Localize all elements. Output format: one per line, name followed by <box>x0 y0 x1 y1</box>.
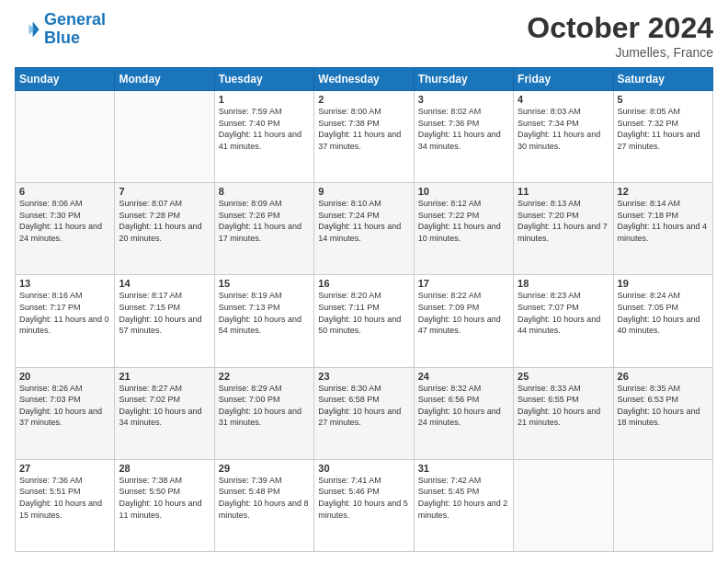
day-info: Sunrise: 8:00 AM Sunset: 7:38 PM Dayligh… <box>318 106 409 152</box>
calendar-cell: 4 Sunrise: 8:03 AM Sunset: 7:34 PM Dayli… <box>514 91 613 183</box>
calendar-cell: 14 Sunrise: 8:17 AM Sunset: 7:15 PM Dayl… <box>115 275 214 367</box>
calendar-cell: 28 Sunrise: 7:38 AM Sunset: 5:50 PM Dayl… <box>115 459 214 551</box>
calendar-cell: 6 Sunrise: 8:06 AM Sunset: 7:30 PM Dayli… <box>16 183 115 275</box>
weekday-header: Tuesday <box>214 68 313 91</box>
location: Jumelles, France <box>527 45 713 60</box>
day-number: 12 <box>618 186 709 197</box>
calendar-cell: 31 Sunrise: 7:42 AM Sunset: 5:45 PM Dayl… <box>414 459 513 551</box>
day-info: Sunrise: 8:16 AM Sunset: 7:17 PM Dayligh… <box>19 290 110 336</box>
calendar-cell: 24 Sunrise: 8:32 AM Sunset: 6:56 PM Dayl… <box>414 367 513 459</box>
day-number: 24 <box>418 371 509 382</box>
logo-line1: General <box>44 10 106 29</box>
weekday-header: Thursday <box>414 68 513 91</box>
calendar-cell: 27 Sunrise: 7:36 AM Sunset: 5:51 PM Dayl… <box>16 459 115 551</box>
calendar-header: SundayMondayTuesdayWednesdayThursdayFrid… <box>16 68 713 91</box>
day-info: Sunrise: 8:10 AM Sunset: 7:24 PM Dayligh… <box>318 198 409 244</box>
calendar-cell: 8 Sunrise: 8:09 AM Sunset: 7:26 PM Dayli… <box>214 183 313 275</box>
logo-icon <box>15 17 40 42</box>
calendar-cell: 23 Sunrise: 8:30 AM Sunset: 6:58 PM Dayl… <box>314 367 414 459</box>
header: General Blue October 2024 Jumelles, Fran… <box>15 11 713 60</box>
day-info: Sunrise: 8:09 AM Sunset: 7:26 PM Dayligh… <box>219 198 310 244</box>
calendar: SundayMondayTuesdayWednesdayThursdayFrid… <box>15 67 713 552</box>
logo-text: General Blue <box>44 11 106 48</box>
day-number: 8 <box>219 186 310 197</box>
day-info: Sunrise: 7:36 AM Sunset: 5:51 PM Dayligh… <box>19 475 110 521</box>
calendar-cell <box>613 459 712 551</box>
calendar-cell: 20 Sunrise: 8:26 AM Sunset: 7:03 PM Dayl… <box>16 367 115 459</box>
day-info: Sunrise: 8:02 AM Sunset: 7:36 PM Dayligh… <box>418 106 509 152</box>
day-info: Sunrise: 8:20 AM Sunset: 7:11 PM Dayligh… <box>318 290 409 336</box>
calendar-cell: 21 Sunrise: 8:27 AM Sunset: 7:02 PM Dayl… <box>115 367 214 459</box>
calendar-cell: 19 Sunrise: 8:24 AM Sunset: 7:05 PM Dayl… <box>613 275 712 367</box>
day-number: 23 <box>318 371 409 382</box>
calendar-week: 13 Sunrise: 8:16 AM Sunset: 7:17 PM Dayl… <box>16 275 713 367</box>
day-info: Sunrise: 8:33 AM Sunset: 6:55 PM Dayligh… <box>518 383 609 429</box>
weekday-row: SundayMondayTuesdayWednesdayThursdayFrid… <box>16 68 713 91</box>
day-info: Sunrise: 8:32 AM Sunset: 6:56 PM Dayligh… <box>418 383 509 429</box>
weekday-header: Friday <box>514 68 613 91</box>
day-info: Sunrise: 7:42 AM Sunset: 5:45 PM Dayligh… <box>418 475 509 521</box>
calendar-cell: 22 Sunrise: 8:29 AM Sunset: 7:00 PM Dayl… <box>214 367 313 459</box>
day-info: Sunrise: 8:14 AM Sunset: 7:18 PM Dayligh… <box>618 198 709 244</box>
calendar-cell: 17 Sunrise: 8:22 AM Sunset: 7:09 PM Dayl… <box>414 275 513 367</box>
calendar-cell: 25 Sunrise: 8:33 AM Sunset: 6:55 PM Dayl… <box>514 367 613 459</box>
day-info: Sunrise: 8:30 AM Sunset: 6:58 PM Dayligh… <box>318 383 409 429</box>
day-number: 14 <box>119 278 210 289</box>
day-number: 2 <box>318 94 409 105</box>
day-number: 17 <box>418 278 509 289</box>
day-number: 4 <box>518 94 609 105</box>
day-info: Sunrise: 7:38 AM Sunset: 5:50 PM Dayligh… <box>119 475 210 521</box>
weekday-header: Monday <box>115 68 214 91</box>
day-number: 30 <box>318 463 409 474</box>
calendar-week: 1 Sunrise: 7:59 AM Sunset: 7:40 PM Dayli… <box>16 91 713 183</box>
day-number: 22 <box>219 371 310 382</box>
day-number: 15 <box>219 278 310 289</box>
day-number: 26 <box>618 371 709 382</box>
calendar-cell: 1 Sunrise: 7:59 AM Sunset: 7:40 PM Dayli… <box>214 91 313 183</box>
day-number: 13 <box>19 278 110 289</box>
day-number: 27 <box>19 463 110 474</box>
calendar-cell: 12 Sunrise: 8:14 AM Sunset: 7:18 PM Dayl… <box>613 183 712 275</box>
calendar-cell: 15 Sunrise: 8:19 AM Sunset: 7:13 PM Dayl… <box>214 275 313 367</box>
day-number: 29 <box>219 463 310 474</box>
day-info: Sunrise: 8:23 AM Sunset: 7:07 PM Dayligh… <box>518 290 609 336</box>
day-number: 7 <box>119 186 210 197</box>
calendar-cell: 29 Sunrise: 7:39 AM Sunset: 5:48 PM Dayl… <box>214 459 313 551</box>
day-info: Sunrise: 8:12 AM Sunset: 7:22 PM Dayligh… <box>418 198 509 244</box>
day-number: 1 <box>219 94 310 105</box>
page: General Blue October 2024 Jumelles, Fran… <box>0 0 728 563</box>
day-info: Sunrise: 8:22 AM Sunset: 7:09 PM Dayligh… <box>418 290 509 336</box>
day-info: Sunrise: 8:29 AM Sunset: 7:00 PM Dayligh… <box>219 383 310 429</box>
calendar-cell: 13 Sunrise: 8:16 AM Sunset: 7:17 PM Dayl… <box>16 275 115 367</box>
calendar-week: 6 Sunrise: 8:06 AM Sunset: 7:30 PM Dayli… <box>16 183 713 275</box>
month-title: October 2024 <box>527 11 713 45</box>
calendar-cell: 5 Sunrise: 8:05 AM Sunset: 7:32 PM Dayli… <box>613 91 712 183</box>
day-number: 16 <box>318 278 409 289</box>
calendar-cell: 9 Sunrise: 8:10 AM Sunset: 7:24 PM Dayli… <box>314 183 414 275</box>
day-number: 11 <box>518 186 609 197</box>
day-number: 31 <box>418 463 509 474</box>
day-number: 10 <box>418 186 509 197</box>
title-block: October 2024 Jumelles, France <box>527 11 713 60</box>
day-info: Sunrise: 8:06 AM Sunset: 7:30 PM Dayligh… <box>19 198 110 244</box>
calendar-cell: 11 Sunrise: 8:13 AM Sunset: 7:20 PM Dayl… <box>514 183 613 275</box>
calendar-cell: 18 Sunrise: 8:23 AM Sunset: 7:07 PM Dayl… <box>514 275 613 367</box>
day-info: Sunrise: 8:24 AM Sunset: 7:05 PM Dayligh… <box>618 290 709 336</box>
day-number: 25 <box>518 371 609 382</box>
calendar-cell: 7 Sunrise: 8:07 AM Sunset: 7:28 PM Dayli… <box>115 183 214 275</box>
logo: General Blue <box>15 11 106 48</box>
calendar-cell: 3 Sunrise: 8:02 AM Sunset: 7:36 PM Dayli… <box>414 91 513 183</box>
day-number: 9 <box>318 186 409 197</box>
day-info: Sunrise: 7:59 AM Sunset: 7:40 PM Dayligh… <box>219 106 310 152</box>
day-info: Sunrise: 8:35 AM Sunset: 6:53 PM Dayligh… <box>618 383 709 429</box>
logo-line2: Blue <box>44 29 80 47</box>
calendar-cell: 16 Sunrise: 8:20 AM Sunset: 7:11 PM Dayl… <box>314 275 414 367</box>
day-info: Sunrise: 7:39 AM Sunset: 5:48 PM Dayligh… <box>219 475 310 521</box>
calendar-week: 20 Sunrise: 8:26 AM Sunset: 7:03 PM Dayl… <box>16 367 713 459</box>
day-info: Sunrise: 8:03 AM Sunset: 7:34 PM Dayligh… <box>518 106 609 152</box>
calendar-cell: 10 Sunrise: 8:12 AM Sunset: 7:22 PM Dayl… <box>414 183 513 275</box>
day-number: 28 <box>119 463 210 474</box>
day-info: Sunrise: 8:19 AM Sunset: 7:13 PM Dayligh… <box>219 290 310 336</box>
day-number: 21 <box>119 371 210 382</box>
day-number: 19 <box>618 278 709 289</box>
